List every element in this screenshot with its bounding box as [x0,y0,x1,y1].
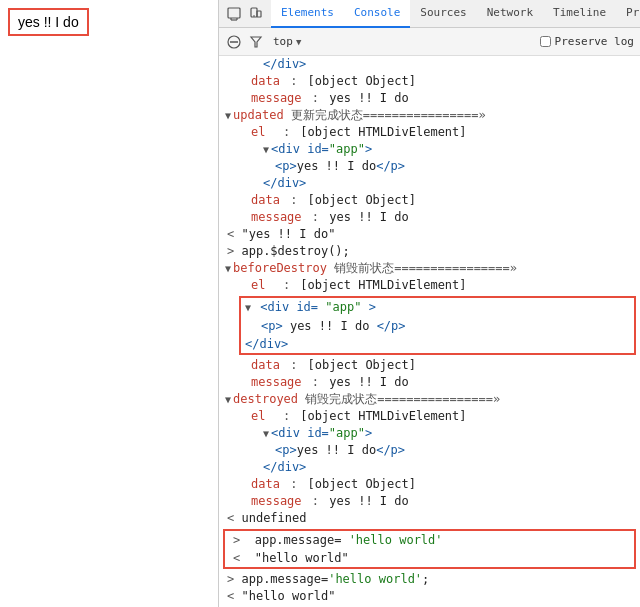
highlight-line: < "hello world" [225,549,634,567]
console-line: message : yes !! I do [219,374,640,391]
section-updated: updated 更新完成状态================» [219,107,640,124]
highlight-line: <p> yes !! I do </p> [241,317,634,335]
console-input-line: > app.$destroy(); [219,243,640,260]
console-input-line: > app.message= 'hello world' ; [219,571,640,588]
tab-sources[interactable]: Sources [410,0,476,28]
clear-icon[interactable] [225,33,243,51]
console-line: <div id= "app" > [219,425,640,442]
tab-network[interactable]: Network [477,0,543,28]
preserve-log-checkbox[interactable] [540,36,551,47]
preserve-log-label: Preserve log [555,35,634,48]
highlight-block-beforedestroy: <div id= "app" > <p> yes !! I do </p> </… [239,296,636,355]
console-output: </div> data : [object Object] message : … [219,56,640,607]
console-line: <div id= "app" > [219,141,640,158]
console-line: data : [object Object] [219,476,640,493]
highlight-line: </div> [241,335,634,353]
console-line: <p> yes !! I do </p> [219,158,640,175]
console-line: </div> [219,175,640,192]
console-toolbar: top ▼ Preserve log [219,28,640,56]
console-output-line: < "yes !! I do" [219,226,640,243]
device-icon[interactable] [245,3,267,25]
page-preview: yes !! I do [8,8,89,36]
console-output-line: < "hello world" [219,588,640,605]
console-line: data : [object Object] [219,192,640,209]
tab-console[interactable]: Console [344,0,410,28]
tab-bar: Elements Console Sources Network Timelin… [219,0,640,28]
console-line: message : yes !! I do [219,493,640,510]
console-line: </div> [219,56,640,73]
section-destroyed: destroyed 销毁完成状态================» [219,391,640,408]
highlight-line: <div id= "app" > [241,298,634,317]
console-line: message : yes !! I do [219,209,640,226]
console-line: data : [object Object] [219,357,640,374]
context-label: top [273,35,293,48]
context-selector[interactable]: top ▼ [273,35,301,48]
console-line: data : [object Object] [219,73,640,90]
svg-rect-0 [228,8,240,18]
console-line: message : yes !! I do [219,90,640,107]
console-line: el : [object HTMLDivElement] [219,408,640,425]
filter-icon[interactable] [247,33,265,51]
svg-rect-5 [257,11,261,17]
tab-timeline[interactable]: Timeline [543,0,616,28]
toolbar-icons [223,3,267,25]
devtools-panel: Elements Console Sources Network Timelin… [218,0,640,607]
tab-elements[interactable]: Elements [271,0,344,28]
tab-profiles[interactable]: Profiles [616,0,640,28]
console-line: el : [object HTMLDivElement] [219,124,640,141]
console-output-line: < undefined [219,510,640,527]
inspect-icon[interactable] [223,3,245,25]
context-dropdown-icon: ▼ [296,37,301,47]
section-beforedestroy: beforeDestroy 销毁前状态================» [219,260,640,277]
page-text: yes !! I do [18,14,79,30]
highlight-block-message: > app.message= 'hello world' < "hello wo… [223,529,636,569]
highlight-line: > app.message= 'hello world' [225,531,634,549]
console-line: </div> [219,459,640,476]
svg-marker-9 [251,37,261,47]
console-line: el : [object HTMLDivElement] [219,277,640,294]
console-line: <p> yes !! I do </p> [219,442,640,459]
preserve-log-area: Preserve log [540,35,634,48]
